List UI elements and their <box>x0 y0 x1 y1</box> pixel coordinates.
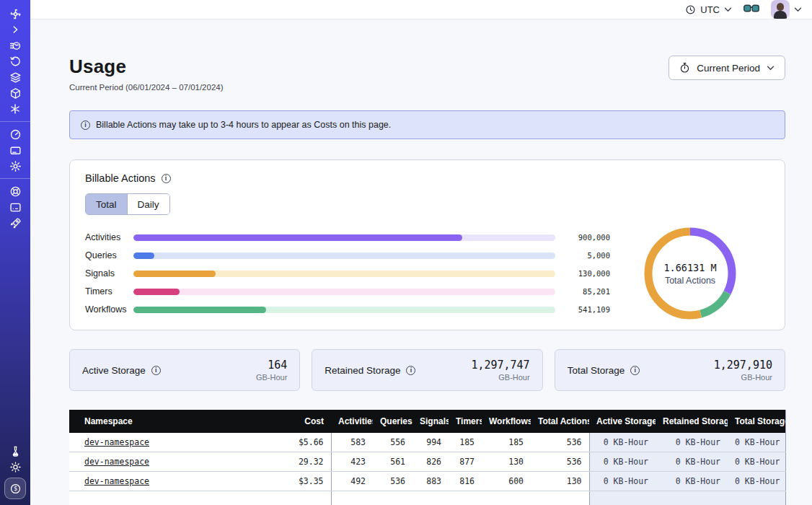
bar-label: Queries <box>85 250 133 260</box>
column-header-timers: Timers <box>449 410 482 433</box>
getting-started-rocket-icon[interactable] <box>4 215 26 231</box>
cell-empty <box>373 491 412 505</box>
timezone-label: UTC <box>700 4 720 15</box>
billable-actions-tabs: Total Daily <box>85 193 170 215</box>
namespace-link[interactable]: dev-namespace <box>84 476 149 486</box>
current-period-button[interactable]: Current Period <box>668 56 785 80</box>
sidebar: $ <box>0 0 30 505</box>
column-header-retained-storage: Retained Storage <box>656 410 728 433</box>
cell-empty <box>728 491 785 505</box>
clock-icon <box>685 4 696 15</box>
settings-gear-icon[interactable] <box>4 158 26 174</box>
cell-cost: 29.32 <box>257 452 331 472</box>
namespaces-icon[interactable] <box>4 38 26 53</box>
billable-actions-title: Billable Actions <box>85 172 156 184</box>
chevron-down-icon <box>767 66 775 71</box>
info-icon[interactable] <box>151 366 161 375</box>
support-lifebuoy-icon[interactable] <box>4 183 26 199</box>
total-storage-label: Total Storage <box>568 365 625 376</box>
retained-storage-card: Retained Storage 1,297,747 GB-Hour <box>312 349 542 391</box>
cell-total-actions: 536 <box>531 452 589 472</box>
cell-namespace[interactable]: dev-namespace <box>69 452 257 472</box>
info-icon <box>81 120 90 130</box>
active-storage-unit: GB-Hour <box>256 373 287 382</box>
column-header-signals: Signals <box>412 410 449 433</box>
column-header-total-actions: Total Actions <box>531 410 589 433</box>
total-storage-value: 1,297,910 <box>714 359 772 372</box>
cell-workflows: 600 <box>482 472 531 491</box>
cell-empty <box>449 491 482 505</box>
usage-dollar-icon[interactable]: $ <box>4 478 26 499</box>
table-row-partial <box>69 491 785 505</box>
bar-value: 5,000 <box>555 251 610 260</box>
temporal-logo-icon[interactable] <box>4 6 26 22</box>
user-menu[interactable] <box>771 0 802 19</box>
cell-timers: 185 <box>449 433 482 452</box>
cell-cost: $3.35 <box>257 472 331 491</box>
cell-queries: 556 <box>373 433 412 452</box>
avatar <box>771 0 790 19</box>
timezone-selector[interactable]: UTC <box>685 4 732 15</box>
cell-total-actions: 130 <box>531 472 589 491</box>
active-storage-label: Active Storage <box>82 365 146 376</box>
info-icon[interactable] <box>162 174 171 183</box>
nexus-asterisk-icon[interactable] <box>4 101 26 117</box>
usage-gauge-icon[interactable] <box>4 126 26 142</box>
tab-daily[interactable]: Daily <box>127 194 169 214</box>
bar-label: Workflows <box>85 304 133 315</box>
cell-empty <box>257 491 331 505</box>
labs-flask-icon[interactable] <box>4 443 26 459</box>
cell-empty <box>656 491 728 505</box>
cell-retained-storage: 0 KB-Hour <box>656 452 728 472</box>
cell-namespace[interactable]: dev-namespace <box>69 472 257 491</box>
feedback-goggles-icon[interactable] <box>743 3 759 16</box>
theme-sun-icon[interactable] <box>4 459 26 475</box>
bar-label: Signals <box>85 268 133 278</box>
bar-track <box>133 307 555 313</box>
cell-active-storage: 0 KB-Hour <box>589 472 656 491</box>
table-header-row: NamespaceCostActivitiesQueriesSignalsTim… <box>69 410 785 433</box>
table-row: dev-namespace29.324235618268771305360 KB… <box>69 452 785 472</box>
bar-row-queries: Queries5,000 <box>85 247 610 265</box>
cell-active-storage: 0 KB-Hour <box>589 433 656 452</box>
cell-namespace[interactable]: dev-namespace <box>69 433 257 452</box>
column-header-queries: Queries <box>373 410 412 433</box>
tab-total[interactable]: Total <box>86 194 127 214</box>
history-icon[interactable] <box>4 53 26 69</box>
cell-activities: 492 <box>331 472 373 491</box>
total-storage-unit: GB-Hour <box>714 373 772 382</box>
active-storage-value: 164 <box>256 359 287 372</box>
cell-empty <box>589 491 656 505</box>
cell-cost: $5.66 <box>257 433 331 452</box>
billing-card-icon[interactable] <box>4 142 26 158</box>
cell-empty <box>531 491 589 505</box>
cell-retained-storage: 0 KB-Hour <box>656 433 728 452</box>
info-icon[interactable] <box>630 366 640 375</box>
usage-page: Usage Current Period (06/01/2024 – 07/01… <box>30 19 812 505</box>
layers-icon[interactable] <box>4 69 26 85</box>
cell-workflows: 130 <box>482 452 531 472</box>
docs-terminal-icon[interactable] <box>4 199 26 215</box>
total-actions-donut-chart: 1.66131 M Total Actions <box>610 225 770 322</box>
cell-empty <box>412 491 449 505</box>
bar-track <box>133 271 555 277</box>
cell-signals: 826 <box>412 452 449 472</box>
current-period-label: Current Period <box>697 63 760 74</box>
cell-empty <box>482 491 531 505</box>
namespace-link[interactable]: dev-namespace <box>84 457 149 467</box>
bar-label: Timers <box>85 286 133 297</box>
expand-chevron-icon[interactable] <box>4 22 26 38</box>
sidebar-divider <box>0 121 30 122</box>
table-row: dev-namespace$3.354925368838166001300 KB… <box>69 472 785 491</box>
cell-activities: 423 <box>331 452 373 472</box>
column-header-activities: Activities <box>331 410 373 433</box>
namespace-link[interactable]: dev-namespace <box>84 437 149 447</box>
info-icon[interactable] <box>406 366 415 375</box>
cell-queries: 561 <box>373 452 412 472</box>
deployments-cube-icon[interactable] <box>4 85 26 101</box>
cell-queries: 536 <box>373 472 412 491</box>
bar-value: 541,109 <box>555 305 610 314</box>
sidebar-divider <box>0 178 30 179</box>
page-title: Usage <box>69 56 224 78</box>
bar-row-signals: Signals130,000 <box>85 265 610 283</box>
